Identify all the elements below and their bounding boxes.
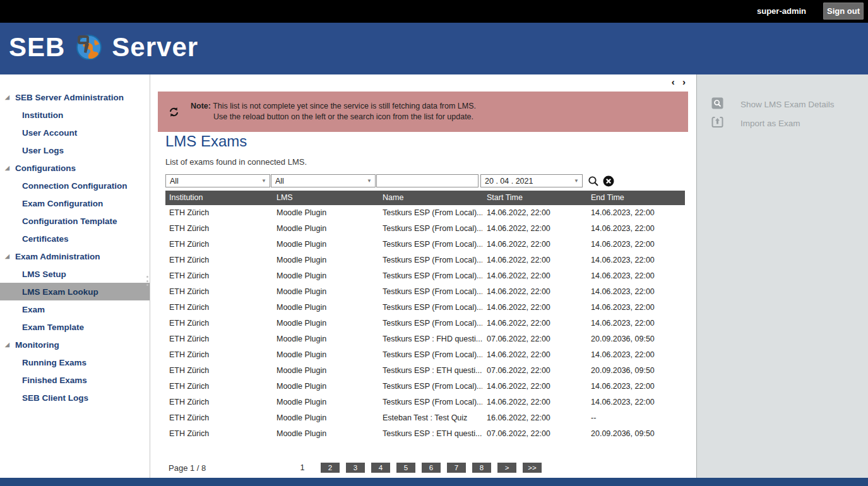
brand-word-seb: SEB — [9, 32, 65, 62]
pagination: 12345678>>> — [295, 463, 548, 473]
sidebar-item-seb-client-logs[interactable]: SEB Client Logs — [0, 389, 150, 406]
column-header-name[interactable]: Name — [383, 191, 482, 205]
sidebar-item-connection-configuration[interactable]: Connection Configuration — [0, 177, 150, 194]
column-header-lms[interactable]: LMS — [276, 191, 378, 205]
table-cell: Testkurs ESP (From Local)... — [383, 394, 482, 410]
table-cell: ETH Zürich — [169, 252, 271, 268]
page-button-3[interactable]: 3 — [346, 463, 365, 473]
date-filter-dropdown[interactable]: 20 . 04 . 2021 ▼ — [480, 174, 583, 187]
sidebar-splitter-handle[interactable] — [146, 276, 150, 286]
table-cell: ETH Zürich — [169, 347, 271, 363]
page-button-6[interactable]: 6 — [422, 463, 441, 473]
sidebar-section-monitoring[interactable]: ◢Monitoring — [0, 336, 150, 353]
table-row[interactable]: ETH ZürichMoodle PluginTestkurs ESP (Fro… — [165, 252, 685, 268]
table-row[interactable]: ETH ZürichMoodle PluginTestkurs ESP : ET… — [165, 363, 685, 379]
name-filter-field[interactable] — [376, 174, 479, 187]
table-row[interactable]: ETH ZürichMoodle PluginTestkurs ESP (Fro… — [165, 394, 685, 410]
page-title: LMS Exams — [165, 133, 247, 150]
note-label: Note: — [191, 102, 211, 110]
table-cell: 14.06.2023, 22:00 — [591, 300, 682, 316]
page-button-7[interactable]: 7 — [447, 463, 466, 473]
table-cell: Testkurs ESP (From Local)... — [383, 237, 482, 252]
tree-expander-icon[interactable]: ◢ — [5, 95, 9, 100]
table-cell: 14.06.2022, 22:00 — [487, 268, 586, 284]
name-filter-input[interactable] — [381, 175, 474, 187]
table-row[interactable]: ETH ZürichMoodle PluginTestkurs ESP (Fro… — [165, 205, 685, 221]
main-content: ‹ › Note: This list is not complete yet … — [152, 74, 689, 478]
table-cell: Moodle Plugin — [276, 394, 378, 410]
table-cell: ETH Zürich — [169, 237, 271, 252]
search-icon[interactable] — [588, 175, 599, 189]
table-cell: 14.06.2022, 22:00 — [487, 394, 586, 410]
table-row[interactable]: ETH ZürichMoodle PluginTestkurs ESP (Fro… — [165, 379, 685, 394]
table-row[interactable]: ETH ZürichMoodle PluginTestkurs ESP (Fro… — [165, 237, 685, 252]
table-row[interactable]: ETH ZürichMoodle PluginTestkurs ESP (Fro… — [165, 300, 685, 316]
sidebar-item-user-account[interactable]: User Account — [0, 124, 150, 141]
show-lms-exam-details-action[interactable]: Show LMS Exam Details — [697, 95, 868, 114]
table-cell: 14.06.2022, 22:00 — [487, 221, 586, 237]
column-header-end-time[interactable]: End Time — [591, 191, 682, 205]
sidebar-item-user-logs[interactable]: User Logs — [0, 141, 150, 159]
brand-word-server: Server — [112, 32, 198, 62]
tree-expander-icon[interactable]: ◢ — [5, 254, 9, 259]
table-cell: 14.06.2023, 22:00 — [591, 237, 682, 252]
lms-filter-dropdown[interactable]: All ▼ — [271, 174, 376, 187]
sidebar-item-exam-configuration[interactable]: Exam Configuration — [0, 194, 150, 212]
page-button-2[interactable]: 2 — [321, 463, 340, 473]
table-cell: ETH Zürich — [169, 394, 271, 410]
table-cell: ETH Zürich — [169, 426, 271, 442]
import-as-exam-action[interactable]: Import as Exam — [697, 114, 868, 133]
table-row[interactable]: ETH ZürichMoodle PluginTestkurs ESP : FH… — [165, 331, 685, 347]
column-header-start-time[interactable]: Start Time — [487, 191, 586, 205]
table-row[interactable]: ETH ZürichMoodle PluginTestkurs ESP (Fro… — [165, 221, 685, 237]
sidebar-item-finished-exams[interactable]: Finished Exams — [0, 371, 150, 389]
page-button-4[interactable]: 4 — [371, 463, 390, 473]
table-cell: ETH Zürich — [169, 316, 271, 331]
sidebar-item-institution[interactable]: Institution — [0, 106, 150, 124]
sidebar-item-exam[interactable]: Exam — [0, 300, 150, 318]
table-cell: 14.06.2022, 22:00 — [487, 205, 586, 221]
institution-filter-dropdown[interactable]: All ▼ — [165, 174, 270, 187]
table-row[interactable]: ETH ZürichMoodle PluginTestkurs ESP : ET… — [165, 426, 685, 442]
table-cell: Esteban Test : Test Quiz — [383, 410, 482, 426]
sidebar-section-exam-administration[interactable]: ◢Exam Administration — [0, 247, 150, 265]
table-cell: 14.06.2022, 22:00 — [487, 252, 586, 268]
sidebar-item-configuration-template[interactable]: Configuration Template — [0, 212, 150, 230]
table-cell: ETH Zürich — [169, 379, 271, 394]
reload-icon — [169, 107, 179, 120]
sidebar-item-lms-setup[interactable]: LMS Setup — [0, 265, 150, 283]
table-row[interactable]: ETH ZürichMoodle PluginTestkurs ESP (Fro… — [165, 316, 685, 331]
table-cell: 14.06.2023, 22:00 — [591, 284, 682, 300]
table-cell: Testkurs ESP (From Local)... — [383, 316, 482, 331]
sidebar-section-configurations[interactable]: ◢Configurations — [0, 159, 150, 177]
chevron-down-icon: ▼ — [367, 178, 372, 184]
page-button-8[interactable]: 8 — [472, 463, 491, 473]
table-row[interactable]: ETH ZürichMoodle PluginTestkurs ESP (Fro… — [165, 284, 685, 300]
next-page-button[interactable]: > — [497, 463, 516, 473]
sidebar-item-running-exams[interactable]: Running Exams — [0, 353, 150, 371]
clear-filter-icon[interactable] — [603, 175, 614, 189]
note-line1: This list is not complete yet since the … — [213, 102, 476, 110]
sidebar-section-seb-server-administration[interactable]: ◢SEB Server Administration — [0, 88, 150, 106]
tree-expander-icon[interactable]: ◢ — [5, 165, 9, 171]
sidebar-item-certificates[interactable]: Certificates — [0, 230, 150, 247]
panel-gutter — [689, 74, 697, 478]
table-cell: Moodle Plugin — [276, 300, 378, 316]
table-cell: 14.06.2023, 22:00 — [591, 205, 682, 221]
table-row[interactable]: ETH ZürichMoodle PluginTestkurs ESP (Fro… — [165, 347, 685, 363]
table-row[interactable]: ETH ZürichMoodle PluginEsteban Test : Te… — [165, 410, 685, 426]
sidebar-item-exam-template[interactable]: Exam Template — [0, 318, 150, 336]
tree-expander-icon[interactable]: ◢ — [5, 342, 9, 348]
last-page-button[interactable]: >> — [523, 463, 542, 473]
table-cell: ETH Zürich — [169, 205, 271, 221]
sidebar-section-label: Monitoring — [15, 340, 59, 350]
page-button-5[interactable]: 5 — [396, 463, 415, 473]
sidebar-item-lms-exam-lookup[interactable]: LMS Exam Lookup — [0, 283, 150, 300]
panel-collapse-chevrons-icon[interactable]: ‹ › — [672, 76, 688, 87]
sidebar-section-label: Configurations — [15, 163, 76, 173]
table-row[interactable]: ETH ZürichMoodle PluginTestkurs ESP (Fro… — [165, 268, 685, 284]
table-cell: ETH Zürich — [169, 268, 271, 284]
column-header-institution[interactable]: Institution — [169, 191, 271, 205]
sign-out-button[interactable]: Sign out — [823, 3, 864, 20]
table-cell: Moodle Plugin — [276, 237, 378, 252]
